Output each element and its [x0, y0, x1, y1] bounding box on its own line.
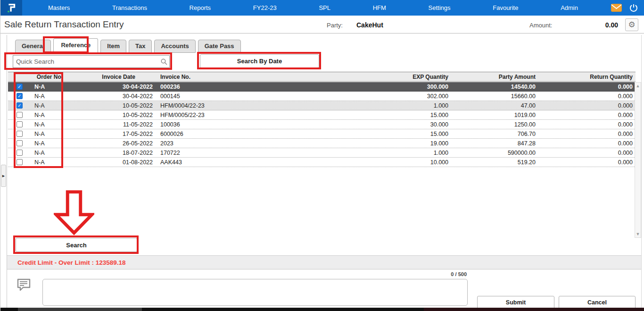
return-quantity-cell: 0.000 — [539, 112, 636, 118]
nav-item-admin[interactable]: Admin — [561, 4, 578, 11]
col-invoice-date: Invoice Date — [70, 74, 157, 80]
exp-quantity-cell: 302.000 — [351, 93, 452, 100]
row-checkbox-cell: ✓ — [17, 84, 30, 90]
col-party-amount: Party Amount — [452, 74, 539, 80]
row-checkbox-cell — [17, 131, 30, 137]
comment-icon — [17, 278, 31, 293]
nav-item-fy22-23[interactable]: FY22-23 — [253, 4, 277, 11]
tab-general[interactable]: General — [15, 40, 51, 53]
scroll-down-icon[interactable]: ▼ — [635, 232, 641, 236]
party-amount-cell: 847.28 — [452, 140, 539, 147]
invoice-no-cell: AAK443 — [157, 159, 351, 166]
row-checkbox-cell: ✓ — [17, 102, 30, 109]
table-row[interactable]: ✓N-A10-05-2022HFM/0004/22-231.00047.000.… — [8, 101, 636, 110]
return-quantity-cell: 0.000 — [539, 121, 636, 128]
invoice-date-cell: 30-04-2022 — [70, 93, 157, 100]
table-row[interactable]: N-A17-05-2022600002615.000706.700.000 — [8, 129, 636, 139]
table-row[interactable]: N-A11-05-202210003630.0001250.000.000 — [8, 120, 636, 129]
table-row[interactable]: N-A10-05-2022HFM/0005/22-2315.0001019.00… — [8, 110, 636, 120]
table-row[interactable]: N-A26-05-2022202319.000847.280.000 — [8, 139, 636, 148]
nav-item-transactions[interactable]: Transactions — [112, 4, 147, 11]
nav-item-hfm[interactable]: HFM — [373, 4, 386, 11]
tab-gate-pass[interactable]: Gate Pass — [198, 40, 241, 53]
invoice-no-cell: 2023 — [157, 140, 351, 147]
quick-search-input[interactable] — [13, 58, 159, 65]
nav-item-reports[interactable]: Reports — [190, 4, 211, 11]
row-checkbox[interactable] — [17, 140, 23, 146]
row-checkbox-cell — [17, 150, 30, 156]
scroll-up-icon[interactable]: ▲ — [635, 84, 641, 88]
row-checkbox-cell — [17, 140, 30, 146]
search-button[interactable]: Search — [16, 238, 137, 252]
row-checkbox[interactable] — [17, 121, 23, 127]
submit-button[interactable]: Submit — [477, 296, 554, 309]
amount-label: Amount: — [529, 22, 552, 29]
col-exp-quantity: EXP Quantity — [351, 74, 452, 80]
exp-quantity-cell: 30.000 — [351, 121, 452, 128]
sidebar-collapse-handle[interactable]: ▶ — [1, 165, 6, 187]
amount-value: 0.00 — [580, 21, 618, 29]
order-no-cell: N-A — [30, 140, 70, 147]
nav-item-settings[interactable]: Settings — [429, 4, 451, 11]
table-body: ✓N-A30-04-2022000236300.00014540.000.000… — [8, 82, 636, 167]
row-checkbox[interactable] — [17, 150, 23, 156]
table-row[interactable]: ✓N-A30-04-2022000236300.00014540.000.000 — [8, 82, 636, 92]
exp-quantity-cell: 1.000 — [351, 150, 452, 156]
logo-icon — [5, 2, 17, 14]
row-checkbox[interactable] — [17, 131, 23, 137]
row-checkbox-cell — [17, 112, 30, 118]
return-quantity-cell: 0.000 — [539, 84, 636, 90]
row-checkbox[interactable]: ✓ — [17, 93, 23, 99]
nav-item-masters[interactable]: Masters — [48, 4, 70, 11]
nav-item-favourite[interactable]: Favourite — [493, 4, 518, 11]
row-checkbox[interactable]: ✓ — [17, 84, 23, 90]
comment-textarea[interactable] — [42, 279, 468, 306]
mail-icon[interactable] — [611, 4, 622, 12]
row-checkbox[interactable] — [17, 159, 23, 165]
power-icon[interactable] — [629, 4, 638, 12]
party-amount-cell: 14540.00 — [452, 84, 539, 90]
party-amount-cell: 1019.00 — [452, 112, 539, 118]
app-logo[interactable] — [0, 0, 22, 16]
party-amount-cell: 706.70 — [452, 131, 539, 137]
invoice-no-cell: HFM/0005/22-23 — [157, 112, 351, 118]
search-by-date-button[interactable]: Search By Date — [200, 54, 319, 68]
table-row[interactable]: N-A18-07-20221707221.000590000.000.000 — [8, 148, 636, 158]
return-quantity-cell: 0.000 — [539, 131, 636, 137]
nav-item-spl[interactable]: SPL — [319, 4, 330, 11]
invoice-no-cell: 000145 — [157, 93, 351, 100]
tab-reference[interactable]: Reference — [53, 38, 98, 53]
invoice-no-cell: HFM/0004/22-23 — [157, 102, 351, 109]
order-no-cell: N-A — [30, 150, 70, 156]
cancel-button[interactable]: Cancel — [559, 296, 636, 309]
exp-quantity-cell: 15.000 — [351, 112, 452, 118]
table-row[interactable]: N-A01-08-2022AAK44310.000519.200.000 — [8, 158, 636, 167]
settings-gear-button[interactable]: ⚙ — [625, 18, 638, 31]
invoice-date-cell: 11-05-2022 — [70, 121, 157, 128]
return-quantity-cell: 0.000 — [539, 93, 636, 100]
nav-icons — [611, 4, 644, 12]
row-checkbox-cell: ✓ — [17, 93, 30, 99]
row-checkbox[interactable] — [17, 112, 23, 118]
order-no-cell: N-A — [30, 93, 70, 100]
table-scrollbar[interactable]: ▲ ▼ — [635, 82, 641, 238]
row-checkbox[interactable]: ✓ — [17, 102, 23, 109]
order-no-cell: N-A — [30, 112, 70, 118]
page-title: Sale Return Transaction Entry — [4, 19, 124, 30]
party-amount-cell: 1250.00 — [452, 121, 539, 128]
invoice-no-cell: 170722 — [157, 150, 351, 156]
exp-quantity-cell: 1.000 — [351, 102, 452, 109]
tab-tax[interactable]: Tax — [129, 40, 152, 53]
table-row[interactable]: ✓N-A30-04-2022000145302.00015660.000.000 — [8, 92, 636, 101]
tab-accounts[interactable]: Accounts — [154, 40, 195, 53]
tab-item[interactable]: Item — [100, 40, 126, 53]
order-no-cell: N-A — [30, 121, 70, 128]
invoice-date-cell: 10-05-2022 — [70, 102, 157, 109]
invoice-no-cell: 100036 — [157, 121, 351, 128]
row-checkbox-cell — [17, 121, 30, 127]
quick-search-wrapper — [13, 55, 170, 68]
top-nav: MastersTransactionsReportsFY22-23SPLHFMS… — [0, 0, 644, 16]
exp-quantity-cell: 300.000 — [351, 84, 452, 90]
col-return-quantity: Return Quantity — [539, 74, 636, 80]
order-no-cell: N-A — [30, 102, 70, 109]
